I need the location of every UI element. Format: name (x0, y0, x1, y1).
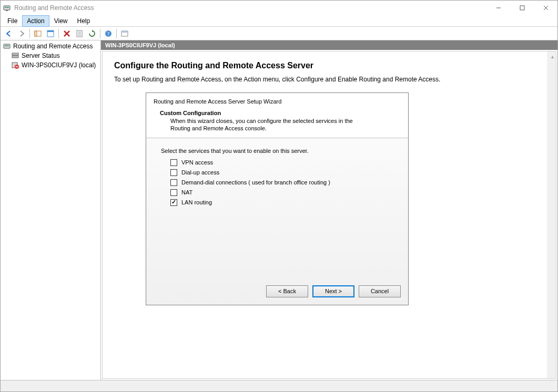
content-heading: Configure the Routing and Remote Access … (114, 61, 440, 70)
content-paragraph: To set up Routing and Remote Access, on … (114, 76, 440, 83)
svg-rect-22 (5, 45, 9, 46)
option-dialup-row: Dial-up access (170, 169, 393, 176)
content-header: WIN-3PS0CIUF9VJ (local) (101, 40, 557, 50)
option-dialup-label: Dial-up access (181, 169, 219, 176)
title-bar: Routing and Remote Access (1, 1, 557, 15)
svg-rect-24 (12, 56, 18, 58)
toolbar-separator (29, 29, 30, 38)
toolbar-separator (100, 29, 100, 38)
menu-action[interactable]: Action (22, 15, 49, 27)
option-lan-routing-row: LAN routing (170, 199, 393, 206)
option-vpn-row: VPN access (170, 159, 393, 166)
toolbar-back-button[interactable] (3, 28, 15, 39)
tree-pane: Routing and Remote Access Server Status … (1, 40, 101, 380)
wizard-subtitle: Custom Configuration (160, 110, 401, 116)
toolbar-delete-button[interactable] (61, 28, 73, 39)
app-icon (3, 4, 11, 12)
menu-bar: File Action View Help (1, 15, 557, 27)
option-demand-dial-label: Demand-dial connections ( used for branc… (181, 179, 330, 185)
server-stopped-icon (11, 61, 19, 69)
option-vpn-label: VPN access (181, 159, 213, 166)
app-window: Routing and Remote Access File Action Vi… (0, 0, 558, 392)
wizard-header: Routing and Remote Access Server Setup W… (146, 93, 408, 138)
checkbox-dialup[interactable] (170, 169, 177, 176)
wizard-cancel-button[interactable]: Cancel (359, 285, 401, 297)
body-row: Routing and Remote Access Server Status … (1, 40, 557, 380)
content-pane: WIN-3PS0CIUF9VJ (local) ▴ Configure the … (101, 40, 557, 380)
minimize-button[interactable] (486, 1, 510, 15)
toolbar-forward-button[interactable] (16, 28, 27, 39)
tree-root-label: Routing and Remote Access (13, 43, 93, 50)
checkbox-vpn[interactable] (170, 159, 177, 166)
menu-view[interactable]: View (49, 15, 73, 27)
svg-rect-4 (520, 6, 524, 10)
rras-root-icon (3, 42, 11, 50)
toolbar-extra-button[interactable] (119, 28, 130, 39)
checkbox-nat[interactable] (170, 189, 177, 196)
tree-server-status-label: Server Status (22, 52, 60, 59)
wizard-dialog: Routing and Remote Access Server Setup W… (146, 92, 409, 305)
tree-server-node-label: WIN-3PS0CIUF9VJ (local) (22, 61, 96, 69)
toolbar-separator (58, 29, 59, 38)
wizard-body: Select the services that you want to ena… (146, 138, 408, 280)
option-nat-label: NAT (181, 189, 192, 195)
option-demand-dial-row: Demand-dial connections ( used for branc… (170, 179, 393, 186)
tree-server-node[interactable]: WIN-3PS0CIUF9VJ (local) (2, 60, 99, 70)
toolbar-refresh-button[interactable] (86, 28, 98, 39)
content-scrollbar[interactable]: ▴ (547, 51, 556, 378)
toolbar-help-button[interactable]: ? (103, 28, 114, 39)
content-body: ▴ Configure the Routing and Remote Acces… (102, 51, 556, 379)
menu-help[interactable]: Help (73, 15, 95, 27)
toolbar-show-hide-button[interactable] (32, 28, 44, 39)
option-nat-row: NAT (170, 189, 393, 196)
svg-rect-1 (5, 7, 9, 8)
svg-rect-20 (121, 31, 128, 33)
svg-rect-10 (47, 30, 54, 32)
toolbar: ? (1, 27, 557, 40)
checkbox-demand-dial[interactable] (170, 179, 177, 186)
svg-rect-2 (6, 10, 8, 11)
status-bar (1, 380, 557, 391)
wizard-title: Routing and Remote Access Server Setup W… (154, 98, 401, 105)
maximize-button[interactable] (510, 1, 534, 15)
svg-rect-8 (35, 31, 37, 36)
window-title: Routing and Remote Access (14, 4, 486, 12)
wizard-buttons: < Back Next > Cancel (146, 280, 408, 305)
content-text: Configure the Routing and Remote Access … (114, 61, 440, 369)
scroll-up-icon: ▴ (551, 54, 554, 59)
menu-file[interactable]: File (3, 15, 22, 27)
wizard-description: When this wizard closes, you can configu… (170, 117, 370, 132)
option-lan-routing-label: LAN routing (181, 199, 212, 205)
window-controls (486, 1, 557, 15)
close-button[interactable] (534, 1, 557, 15)
toolbar-separator (116, 29, 117, 38)
checkbox-lan-routing[interactable] (170, 199, 177, 206)
toolbar-properties-button[interactable] (45, 28, 56, 39)
svg-text:?: ? (107, 31, 110, 37)
toolbar-props-sheet-button[interactable] (74, 28, 85, 39)
wizard-prompt: Select the services that you want to ena… (161, 148, 393, 154)
wizard-next-button[interactable]: Next > (312, 285, 354, 297)
svg-rect-23 (12, 53, 18, 55)
server-status-icon (11, 51, 19, 60)
tree-server-status[interactable]: Server Status (2, 51, 99, 60)
tree-root[interactable]: Routing and Remote Access (2, 42, 99, 51)
wizard-back-button[interactable]: < Back (266, 285, 308, 297)
